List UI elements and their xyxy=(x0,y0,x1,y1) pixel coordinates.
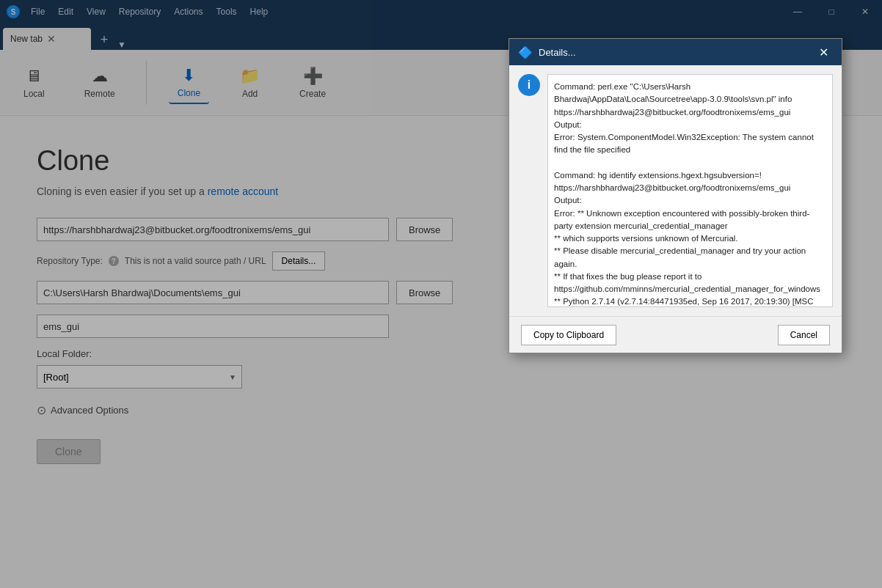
modal-header: 🔷 Details... ✕ xyxy=(509,39,842,65)
modal-text-area: Command: perl.exe "C:\Users\Harsh Bhardw… xyxy=(547,74,833,307)
details-modal: 🔷 Details... ✕ i Command: perl.exe "C:\U… xyxy=(509,38,842,353)
copy-to-clipboard-button[interactable]: Copy to Clipboard xyxy=(521,325,616,345)
info-icon: i xyxy=(518,74,540,96)
modal-title: Details... xyxy=(539,47,809,58)
modal-close-button[interactable]: ✕ xyxy=(814,43,833,62)
modal-title-icon: 🔷 xyxy=(518,45,533,59)
modal-scrollable[interactable]: Command: perl.exe "C:\Users\Harsh Bhardw… xyxy=(547,74,833,307)
modal-body: i Command: perl.exe "C:\Users\Harsh Bhar… xyxy=(509,65,842,316)
modal-footer: Copy to Clipboard Cancel xyxy=(509,316,842,353)
cancel-button[interactable]: Cancel xyxy=(778,325,830,345)
